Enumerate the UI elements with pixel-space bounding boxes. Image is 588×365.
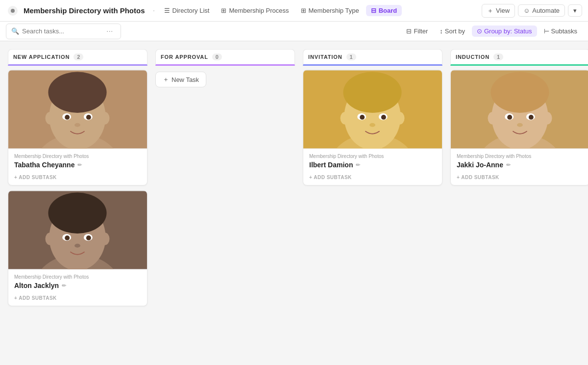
svg-point-18	[48, 193, 106, 234]
column-for-approval: FOR APPROVAL 0 ＋ New Task	[155, 49, 295, 357]
svg-point-31	[340, 112, 350, 125]
toolbar-right: ⊟ Filter ↕ Sort by ⊙ Group by: Status ⊢ …	[401, 26, 582, 37]
filter-button[interactable]: ⊟ Filter	[401, 26, 433, 37]
svg-point-49	[517, 123, 523, 127]
add-subtask-tabatha[interactable]: + ADD SUBTASK	[14, 174, 141, 181]
top-nav: Membership Directory with Photos · ☰ Dir…	[0, 0, 588, 22]
table-icon2: ⊞	[301, 7, 306, 14]
tab-directory-list[interactable]: ☰ Directory List	[159, 5, 215, 16]
group-icon: ⊙	[477, 27, 482, 35]
column-header-induction: INDUCTION 1	[450, 49, 588, 66]
new-task-button-for-approval[interactable]: ＋ New Task	[155, 72, 206, 87]
card-tabatha: Membership Directory with Photos Tabatha…	[8, 70, 147, 185]
column-title-for-approval: FOR APPROVAL	[161, 54, 208, 60]
column-header-for-approval: FOR APPROVAL 0	[155, 49, 295, 66]
svg-point-30	[343, 72, 401, 113]
group-by-button[interactable]: ⊙ Group by: Status	[472, 26, 537, 37]
svg-point-32	[395, 112, 405, 125]
sort-by-button[interactable]: ↕ Sort by	[435, 26, 470, 37]
svg-point-11	[65, 115, 70, 120]
column-count-new-application: 2	[74, 53, 83, 60]
card-project-alton: Membership Directory with Photos	[14, 274, 141, 280]
list-icon: ☰	[164, 7, 170, 14]
card-body-jakki: Membership Directory with Photos Jakki J…	[451, 149, 588, 185]
card-project-tabatha: Membership Directory with Photos	[14, 154, 141, 159]
edit-icon-alton[interactable]: ✏	[62, 283, 66, 289]
portrait-tabatha	[8, 70, 147, 149]
column-induction: INDUCTION 1 Membership Directory with Ph…	[450, 49, 588, 357]
card-ilbert: Membership Directory with Photos Ilbert …	[303, 70, 442, 185]
column-invitation: INVITATION 1 Membership Directory with P…	[303, 49, 442, 357]
svg-point-37	[369, 123, 375, 127]
tab-membership-type[interactable]: ⊞ Membership Type	[296, 5, 364, 16]
svg-point-36	[381, 115, 386, 120]
search-icon: 🔍	[11, 27, 19, 35]
automate-icon: ☺	[523, 7, 530, 14]
page-title: Membership Directory with Photos	[24, 6, 145, 15]
card-name-ilbert: Ilbert Damion ✏	[309, 161, 436, 169]
automate-button[interactable]: ☺ Automate	[518, 4, 565, 17]
toolbar: 🔍 ··· ⊟ Filter ↕ Sort by ⊙ Group by: Sta…	[0, 22, 588, 41]
svg-point-19	[45, 233, 55, 245]
edit-icon-tabatha[interactable]: ✏	[77, 162, 82, 168]
svg-point-47	[507, 115, 512, 120]
portrait-ilbert	[303, 70, 442, 149]
subtasks-icon: ⊢	[544, 27, 549, 35]
column-new-application: NEW APPLICATION 2 Membership Directory w…	[8, 49, 147, 357]
svg-point-42	[490, 72, 549, 113]
card-alton: Membership Directory with Photos Alton J…	[8, 190, 147, 306]
card-body-alton: Membership Directory with Photos Alton J…	[8, 269, 147, 306]
search-box[interactable]: 🔍 ···	[6, 24, 121, 39]
column-title-new-application: NEW APPLICATION	[13, 54, 70, 60]
subtasks-button[interactable]: ⊢ Subtasks	[539, 26, 582, 37]
svg-point-44	[542, 112, 552, 125]
card-body-ilbert: Membership Directory with Photos Ilbert …	[303, 149, 442, 185]
svg-point-35	[360, 115, 365, 120]
app-icon	[6, 4, 20, 18]
edit-icon-jakki[interactable]: ✏	[506, 162, 511, 168]
search-more-button[interactable]: ···	[103, 26, 116, 37]
card-project-ilbert: Membership Directory with Photos	[309, 154, 436, 159]
svg-point-48	[529, 115, 534, 120]
svg-point-25	[74, 244, 80, 248]
card-name-alton: Alton Jacklyn ✏	[14, 282, 141, 289]
card-name-tabatha: Tabatha Cheyanne ✏	[14, 161, 141, 169]
svg-point-6	[48, 72, 106, 113]
sort-icon: ↕	[440, 27, 443, 35]
add-subtask-jakki[interactable]: + ADD SUBTASK	[457, 174, 584, 181]
card-project-jakki: Membership Directory with Photos	[457, 154, 584, 159]
column-count-for-approval: 0	[212, 53, 222, 60]
svg-point-43	[488, 112, 497, 125]
column-count-induction: 1	[493, 53, 503, 60]
column-title-invitation: INVITATION	[308, 54, 343, 60]
tab-membership-process[interactable]: ⊞ Membership Process	[216, 5, 294, 16]
filter-icon: ⊟	[406, 27, 412, 35]
svg-point-8	[100, 112, 110, 125]
svg-point-23	[65, 235, 70, 240]
nav-right: ＋ View ☺ Automate ▾	[482, 4, 582, 18]
chevron-down-icon: ▾	[573, 7, 577, 14]
card-jakki: Membership Directory with Photos Jakki J…	[450, 70, 588, 185]
more-options-button[interactable]: ▾	[568, 4, 582, 17]
board: NEW APPLICATION 2 Membership Directory w…	[0, 41, 588, 365]
table-icon: ⊞	[221, 7, 226, 14]
edit-icon-ilbert[interactable]: ✏	[356, 162, 360, 168]
search-input[interactable]	[22, 27, 100, 35]
column-count-invitation: 1	[346, 53, 356, 60]
board-icon: ⊟	[371, 7, 376, 14]
add-subtask-alton[interactable]: + ADD SUBTASK	[14, 294, 141, 302]
svg-point-12	[86, 115, 91, 120]
svg-point-13	[74, 123, 80, 127]
view-button[interactable]: ＋ View	[482, 4, 515, 18]
add-subtask-ilbert[interactable]: + ADD SUBTASK	[309, 174, 436, 181]
column-title-induction: INDUCTION	[456, 54, 490, 60]
tab-board[interactable]: ⊟ Board	[366, 5, 402, 16]
column-header-new-application: NEW APPLICATION 2	[8, 49, 147, 66]
svg-point-24	[86, 235, 91, 240]
card-name-jakki: Jakki Jo-Anne ✏	[457, 161, 584, 169]
svg-point-7	[45, 112, 55, 125]
portrait-alton	[8, 191, 147, 269]
plus-icon: ＋	[163, 75, 169, 84]
portrait-jakki	[451, 70, 588, 149]
plus-icon: ＋	[487, 6, 493, 15]
